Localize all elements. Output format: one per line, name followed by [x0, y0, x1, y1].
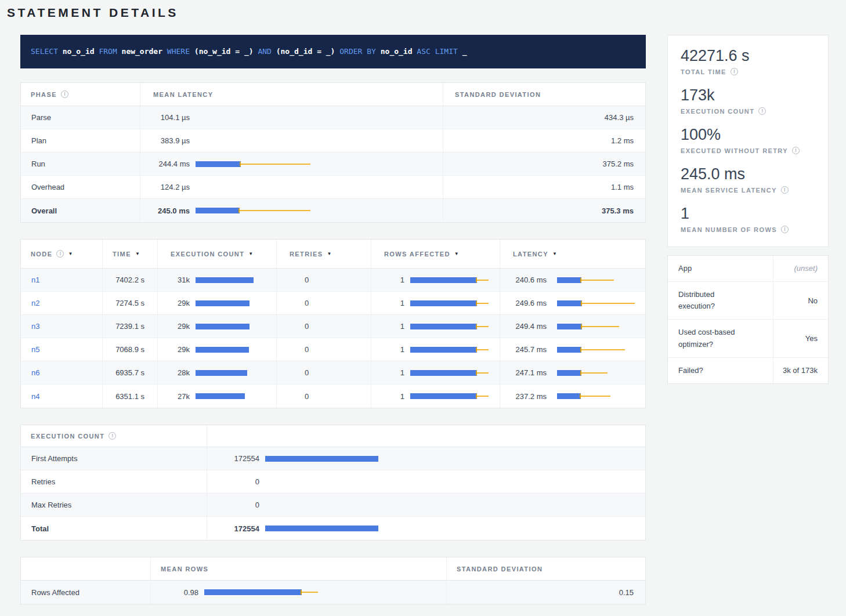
retries-header-label: RETRIES: [290, 251, 323, 258]
stat-label-text: EXECUTED WITHOUT RETRY: [681, 147, 788, 154]
execution-count-value: 31k: [158, 276, 190, 284]
info-icon[interactable]: i: [109, 432, 116, 440]
phase-row: Plan 383.9 µs 1.2 ms: [21, 129, 645, 153]
mean-latency-value: 124.2 µs: [140, 183, 190, 191]
node-retries-value: 0: [276, 361, 371, 384]
sort-arrow-icon[interactable]: ▼: [135, 251, 140, 256]
mean-latency-value: 383.9 µs: [140, 136, 190, 145]
info-icon[interactable]: i: [758, 107, 766, 115]
sql-token: ASC LIMIT: [417, 47, 462, 56]
rows-affected-value: 1: [371, 392, 404, 401]
node-time-value: 7274.5 s: [102, 292, 157, 314]
node-table-header: NODE i ▼ TIME ▼ EXECUTION COUNT ▼ RETRIE…: [21, 240, 645, 269]
execution-count-row: Total 172554: [21, 517, 645, 540]
stat-label: EXECUTION COUNT i: [681, 107, 816, 115]
sort-arrow-icon[interactable]: ▼: [552, 251, 557, 256]
phase-name: Run: [21, 153, 140, 175]
rows-affected-row: Rows Affected 0.98 0.15: [21, 581, 645, 604]
node-link[interactable]: n4: [31, 392, 39, 401]
node-header-cell[interactable]: NODE i ▼: [21, 240, 102, 268]
time-header-cell[interactable]: TIME ▼: [102, 240, 157, 268]
info-icon[interactable]: i: [781, 186, 789, 194]
node-row: n4 6351.1 s 27k 0 1 237.2: [21, 385, 645, 408]
rows-affected-bar: [410, 392, 489, 400]
sql-token: _: [462, 47, 467, 56]
latency-value: 240.6 ms: [500, 276, 547, 284]
info-icon[interactable]: i: [731, 68, 738, 75]
mean-latency-cell: 124.2 µs: [140, 176, 443, 198]
node-link[interactable]: n1: [31, 276, 39, 284]
stat-value: 42271.6 s: [681, 47, 816, 65]
std-deviation-value: 1.1 ms: [443, 176, 645, 198]
rows-std-deviation-value: 0.15: [446, 581, 645, 604]
sort-arrow-icon[interactable]: ▼: [68, 251, 73, 256]
phase-name: Parse: [21, 106, 140, 129]
node-time-value: 7402.2 s: [102, 269, 157, 291]
node-header-label: NODE: [31, 251, 52, 258]
stat-label-text: TOTAL TIME: [681, 68, 726, 75]
stat-item: 245.0 ms MEAN SERVICE LATENCY i: [681, 165, 816, 194]
node-latency-cell: 249.4 ms: [500, 315, 645, 338]
latency-header-cell[interactable]: LATENCY ▼: [500, 240, 645, 268]
node-link[interactable]: n6: [31, 368, 39, 377]
info-icon[interactable]: i: [56, 250, 64, 258]
execution-count-header-cell[interactable]: EXECUTION COUNT ▼: [157, 240, 276, 268]
node-link[interactable]: n5: [31, 345, 39, 354]
sql-token: (no_w_id = _): [194, 47, 258, 56]
latency-value: 249.4 ms: [500, 322, 547, 331]
detail-label: Used cost-based optimizer?: [668, 320, 773, 357]
stat-value: 245.0 ms: [681, 165, 816, 183]
node-link[interactable]: n2: [31, 299, 39, 307]
info-icon[interactable]: i: [792, 147, 800, 154]
node-time-value: 6935.7 s: [102, 361, 157, 384]
latency-bar: [557, 299, 635, 307]
execution-count-table: EXECUTION COUNT i First Attempts 172554: [20, 425, 646, 541]
rows-affected-header-cell[interactable]: ROWS AFFECTED ▼: [371, 240, 500, 268]
detail-label: Distributed execution?: [668, 282, 773, 319]
sql-statement-box: SELECT no_o_id FROM new_order WHERE (no_…: [20, 35, 646, 68]
node-link[interactable]: n3: [31, 322, 39, 331]
rows-affected-bar: [410, 299, 489, 307]
phase-table-header: PHASE i MEAN LATENCY STANDARD DEVIATION: [21, 83, 645, 106]
stat-item: 100% EXECUTED WITHOUT RETRY i: [681, 126, 816, 154]
node-row: n6 6935.7 s 28k 0 1 247.1: [21, 361, 645, 385]
detail-value: (unset): [773, 256, 828, 281]
node-retries-value: 0: [276, 385, 371, 408]
rows-std-deviation-header-label: STANDARD DEVIATION: [457, 566, 543, 572]
node-row: n5 7068.9 s 29k 0 1 245.7: [21, 338, 645, 361]
mean-latency-value: 104.1 µs: [140, 113, 190, 122]
node-time-value: 7239.1 s: [102, 315, 157, 338]
execution-count-bar: [196, 323, 250, 331]
rows-std-deviation-header-cell: STANDARD DEVIATION: [446, 557, 645, 580]
stat-value: 100%: [681, 126, 816, 144]
mean-latency-header-label: MEAN LATENCY: [153, 91, 213, 98]
detail-row: App (unset): [668, 256, 828, 282]
sql-token: no_o_id: [63, 47, 99, 56]
rows-affected-table-header: MEAN ROWS STANDARD DEVIATION: [21, 557, 645, 581]
mean-latency-value: 245.0 ms: [140, 206, 190, 215]
execution-count-header-spacer: [207, 425, 645, 447]
detail-label: Failed?: [668, 358, 773, 383]
sort-arrow-icon[interactable]: ▼: [248, 251, 253, 256]
page-layout: SELECT no_o_id FROM new_order WHERE (no_…: [20, 35, 846, 616]
execution-count-table-header-label: EXECUTION COUNT: [31, 433, 104, 440]
retries-header-cell[interactable]: RETRIES ▼: [276, 240, 371, 268]
node-latency-cell: 240.6 ms: [500, 269, 645, 291]
sort-arrow-icon[interactable]: ▼: [454, 251, 459, 256]
sql-token: new_order: [122, 47, 167, 56]
stat-label: TOTAL TIME i: [681, 68, 816, 75]
execution-count-bar: [196, 299, 250, 307]
info-icon[interactable]: i: [781, 226, 789, 233]
detail-value: 3k of 173k: [773, 358, 828, 383]
sql-token: no_o_id: [381, 47, 417, 56]
execution-count-bar: [196, 276, 254, 284]
phase-row: Parse 104.1 µs 434.3 µs: [21, 106, 645, 129]
time-header-label: TIME: [113, 251, 131, 258]
info-icon[interactable]: i: [61, 90, 68, 98]
execution-count-row-bar: [265, 455, 378, 463]
mean-latency-header-cell: MEAN LATENCY: [140, 83, 443, 106]
latency-bar: [557, 369, 608, 377]
execution-count-row-value-cell: 0: [207, 470, 645, 493]
sort-arrow-icon[interactable]: ▼: [327, 251, 331, 256]
mean-latency-bar: [196, 160, 310, 168]
